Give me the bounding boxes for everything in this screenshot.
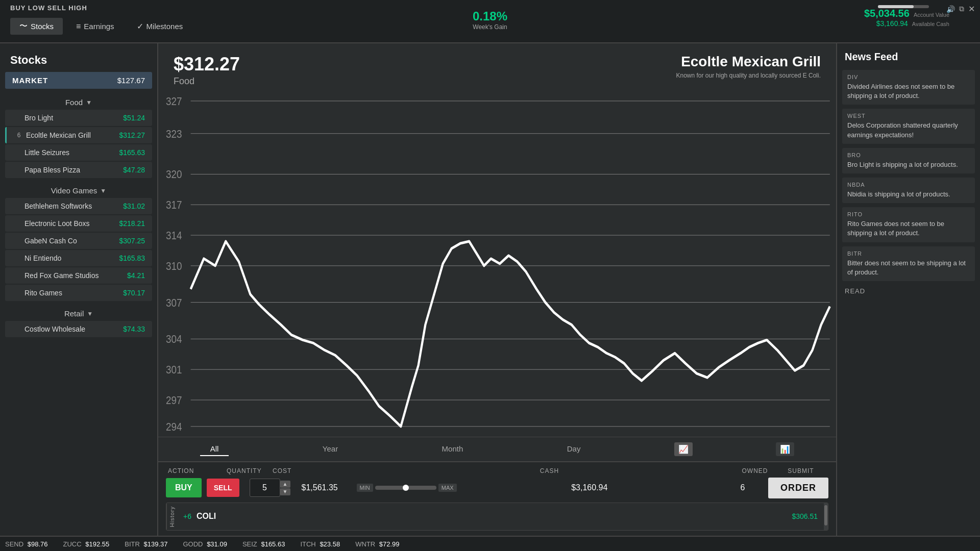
- week-gain-pct: 0.18%: [473, 9, 507, 23]
- tape-item-seiz: SEIZ $165.63: [242, 540, 285, 548]
- tape-ticker: WNTR: [355, 540, 375, 548]
- stocks-title: Stocks: [0, 43, 157, 72]
- tape-price: $23.58: [320, 540, 340, 548]
- stock-category: Food: [174, 76, 240, 87]
- available-cash: $3,160.94: [876, 19, 908, 28]
- category-food[interactable]: Food ▼: [0, 94, 157, 109]
- stock-rank: 6: [14, 132, 24, 139]
- week-gain-label: Week's Gain: [473, 23, 507, 31]
- earnings-icon: ≡: [76, 22, 81, 31]
- cash-display: $3,160.94: [571, 483, 607, 492]
- chart-tabs: All Year Month Day 📈 📊: [158, 437, 836, 461]
- category-videogames[interactable]: Video Games ▼: [0, 182, 157, 197]
- tape-price: $165.63: [261, 540, 285, 548]
- stock-bethlehem[interactable]: Bethlehem Softworks $31.02: [5, 198, 152, 214]
- stock-price: $74.33: [123, 325, 145, 333]
- nav-earnings-label: Earnings: [84, 22, 114, 31]
- tab-all[interactable]: All: [200, 442, 229, 456]
- available-cash-label: Available Cash: [912, 21, 949, 27]
- news-title: News Feed: [842, 51, 975, 63]
- svg-text:317: 317: [166, 198, 182, 211]
- chart-line-btn[interactable]: 📈: [674, 442, 693, 456]
- scrollbar-thumb: [824, 505, 827, 525]
- nav-stocks[interactable]: 〜 Stocks: [10, 18, 63, 35]
- svg-text:310: 310: [166, 259, 182, 272]
- qty-down-arrow[interactable]: ▼: [280, 488, 290, 495]
- cash-header: CASH: [364, 467, 734, 474]
- tab-year[interactable]: Year: [312, 442, 348, 456]
- stock-price: $4.21: [127, 271, 145, 280]
- news-text-bitr: Bitter does not seem to be shipping a lo…: [847, 259, 970, 277]
- category-retail[interactable]: Retail ▼: [0, 305, 157, 320]
- svg-text:301: 301: [166, 363, 182, 376]
- tape-price: $192.55: [85, 540, 109, 548]
- stock-ecoltle[interactable]: 6 Ecoltle Mexican Grill $312.27: [5, 127, 152, 143]
- stock-electronic-loot[interactable]: Electronic Loot Boxs $218.21: [5, 215, 152, 232]
- news-ticker-bro: BRO: [847, 152, 970, 158]
- stock-bro-light[interactable]: Bro Light $51.24: [5, 110, 152, 126]
- min-label[interactable]: MIN: [357, 484, 373, 492]
- history-item[interactable]: +6 COLI $306.51: [177, 503, 824, 530]
- stock-papa-bless[interactable]: Papa Bless Pizza $47.28: [5, 162, 152, 178]
- stock-red-fox[interactable]: Red Fox Game Studios $4.21: [5, 267, 152, 284]
- tape-ticker: ITCH: [300, 540, 315, 548]
- nav-milestones[interactable]: ✓ Milestones: [128, 18, 192, 34]
- tape-item-wntr: WNTR $72.99: [355, 540, 399, 548]
- sell-button[interactable]: SELL: [207, 479, 239, 497]
- slider-track[interactable]: [375, 486, 436, 490]
- stock-name: GabeN Cash Co: [22, 237, 119, 245]
- topbar: BUY LOW SELL HIGH 〜 Stocks ≡ Earnings ✓ …: [0, 0, 980, 43]
- stocks-icon: 〜: [19, 21, 28, 32]
- tape-price: $72.99: [379, 540, 400, 548]
- order-button[interactable]: ORDER: [768, 478, 828, 498]
- stock-costlow[interactable]: Costlow Wholesale $74.33: [5, 321, 152, 337]
- tab-day[interactable]: Day: [557, 442, 591, 456]
- quantity-input[interactable]: [250, 479, 280, 497]
- cost-area: $1,561.35 MIN MAX: [302, 483, 457, 492]
- svg-text:304: 304: [166, 333, 182, 345]
- buy-button[interactable]: BUY: [166, 478, 202, 497]
- svg-text:307: 307: [166, 296, 182, 309]
- stock-price-line: [191, 241, 830, 427]
- history-label: History: [166, 503, 177, 530]
- news-item-west: WEST Delos Corporation shattered quarter…: [842, 109, 975, 143]
- news-item-nbda: NBDA Nbidia is shipping a lot of product…: [842, 178, 975, 203]
- stock-name: Rito Games: [22, 289, 123, 297]
- order-col-headers: ACTION QUANTITY COST CASH OWNED SUBMIT: [166, 467, 828, 474]
- market-row[interactable]: MARKET $127.67: [5, 72, 152, 89]
- stock-price: $307.25: [119, 237, 145, 245]
- news-item-bitr: BITR Bitter does not seem to be shipping…: [842, 246, 975, 281]
- stock-name: Costlow Wholesale: [22, 325, 123, 333]
- tape-item-godd: GODD $31.09: [183, 540, 227, 548]
- history-scrollbar[interactable]: [824, 503, 828, 530]
- stock-gaben[interactable]: GabeN Cash Co $307.25: [5, 233, 152, 249]
- news-text-rito: Rito Games does not seem to be shipping …: [847, 219, 970, 238]
- nav-earnings[interactable]: ≡ Earnings: [67, 19, 124, 34]
- svg-text:294: 294: [166, 420, 182, 433]
- stock-rito-games[interactable]: Rito Games $70.17: [5, 285, 152, 301]
- tab-month[interactable]: Month: [432, 442, 474, 456]
- app-title: BUY LOW SELL HIGH: [10, 4, 87, 12]
- restore-icon[interactable]: ⧉: [959, 5, 964, 13]
- history-area: History +6 COLI $306.51: [166, 503, 828, 531]
- close-icon[interactable]: ✕: [968, 4, 975, 14]
- tape-ticker: BITR: [125, 540, 140, 548]
- chart-container: 327 323 320 317 314 310 307 304 301 297: [156, 91, 839, 437]
- max-label[interactable]: MAX: [438, 484, 457, 492]
- stock-ni-entiendo[interactable]: Ni Entiendo $165.83: [5, 250, 152, 266]
- category-food-label: Food: [65, 98, 83, 107]
- stock-price: $165.63: [119, 148, 145, 157]
- cost-slider: MIN MAX: [357, 484, 457, 492]
- stock-little-seizures[interactable]: Little Seizures $165.63: [5, 144, 152, 161]
- svg-text:323: 323: [166, 127, 182, 140]
- read-button[interactable]: READ: [842, 285, 868, 297]
- chart-bar-btn[interactable]: 📊: [776, 442, 794, 456]
- tape-item-itch: ITCH $23.58: [300, 540, 340, 548]
- stock-price: $31.02: [123, 202, 145, 210]
- tape-item-zucc: ZUCC $192.55: [63, 540, 110, 548]
- week-gain: 0.18% Week's Gain: [473, 9, 507, 31]
- account-info: $5,034.56 Account Value $3,160.94 Availa…: [864, 8, 949, 28]
- stock-name-main: Ecoltle Mexican Grill: [676, 54, 821, 70]
- news-ticker-west: WEST: [847, 113, 970, 119]
- qty-up-arrow[interactable]: ▲: [280, 481, 290, 488]
